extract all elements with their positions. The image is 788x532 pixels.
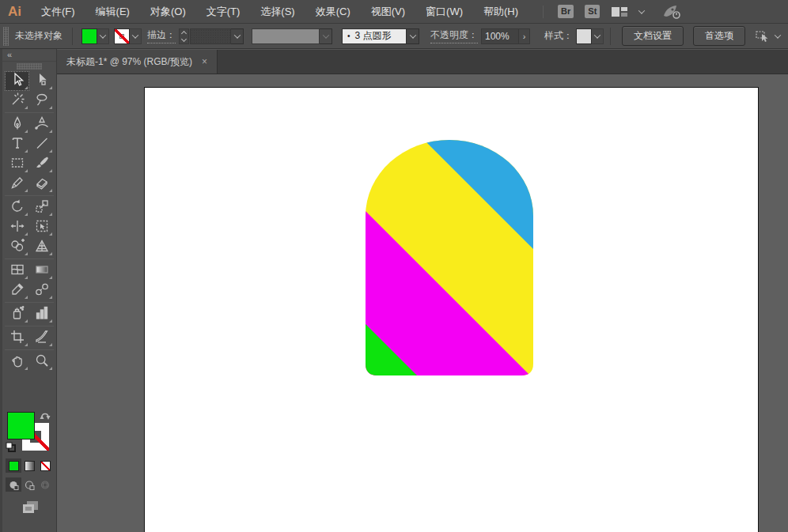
tool-shape-builder[interactable] <box>5 237 29 257</box>
controlbar-grip-handle[interactable] <box>3 27 9 46</box>
tool-rotate[interactable] <box>5 198 29 217</box>
tool-gradient[interactable] <box>29 261 54 281</box>
brush-select-dropdown[interactable] <box>407 28 419 44</box>
brush-definition-dropdown[interactable] <box>320 28 332 44</box>
stroke-weight-stepper[interactable] <box>179 28 189 44</box>
tool-artboard[interactable] <box>5 328 29 348</box>
tool-pen[interactable] <box>5 115 29 134</box>
brush-definition-preview[interactable] <box>252 28 320 44</box>
draw-inside-icon[interactable] <box>37 477 53 492</box>
stroke-color-swatch[interactable] <box>114 28 130 44</box>
paintbrush-tool-icon <box>34 155 50 174</box>
fill-color-dropdown[interactable] <box>97 28 109 44</box>
stroke-weight-dropdown[interactable] <box>231 28 244 44</box>
tool-flyout-corner <box>25 130 28 133</box>
tool-symbol-sprayer[interactable] <box>5 304 29 324</box>
tool-magic-wand[interactable] <box>5 91 29 111</box>
workspace-chevron-icon[interactable] <box>638 7 645 13</box>
menu-item-1[interactable]: 编辑(E) <box>85 0 140 24</box>
tool-flyout-corner <box>49 169 52 172</box>
tool-rectangle[interactable] <box>5 154 29 174</box>
workspace-switcher-icon[interactable] <box>611 6 628 18</box>
align-chevron-icon[interactable] <box>775 32 781 38</box>
tool-perspective-grid[interactable] <box>29 237 54 257</box>
fill-color-swatch[interactable] <box>81 28 97 44</box>
controlbar-separator <box>72 28 73 45</box>
brush-select-field[interactable]: • 3 点圆形 <box>342 28 407 44</box>
opacity-field[interactable]: 100% <box>481 28 519 44</box>
color-button[interactable] <box>6 458 21 473</box>
tool-curvature[interactable] <box>29 115 54 134</box>
tool-column-graph[interactable] <box>29 304 54 324</box>
document-setup-button[interactable]: 文档设置 <box>622 26 684 46</box>
opacity-next-icon[interactable]: › <box>519 28 530 44</box>
menu-item-6[interactable]: 视图(V) <box>361 0 415 24</box>
tool-flyout-corner <box>25 276 28 279</box>
stock-icon[interactable]: St <box>585 5 600 18</box>
screen-mode-icon[interactable] <box>20 498 42 519</box>
menu-item-5[interactable]: 效果(C) <box>305 0 361 24</box>
tool-width[interactable] <box>5 217 29 237</box>
rectangle-tool-icon <box>9 155 25 174</box>
swap-fill-stroke-icon[interactable] <box>39 409 51 424</box>
tool-type[interactable] <box>5 134 29 154</box>
none-button[interactable] <box>37 458 53 473</box>
draw-behind-icon[interactable] <box>21 477 37 492</box>
width-tool-icon <box>9 218 25 237</box>
opacity-label[interactable]: 不透明度： <box>430 28 478 43</box>
stroke-color-dropdown[interactable] <box>130 28 142 44</box>
default-fill-stroke-icon[interactable] <box>6 442 17 456</box>
menubar-right-icons: Br St <box>543 3 682 21</box>
document-viewport[interactable] <box>57 74 788 532</box>
align-options-icon[interactable] <box>755 29 771 43</box>
tool-group-divider <box>5 302 54 303</box>
gpu-performance-rocket-icon[interactable] <box>661 3 682 21</box>
stroke-weight-field[interactable] <box>190 28 231 44</box>
magic-wand-tool-icon <box>9 92 25 111</box>
blend-tool-icon <box>34 281 50 300</box>
gradient-button[interactable] <box>21 458 37 473</box>
tool-flyout-corner <box>49 189 52 192</box>
menu-list: 文件(F)编辑(E)对象(O)文字(T)选择(S)效果(C)视图(V)窗口(W)… <box>31 0 528 24</box>
style-dropdown[interactable] <box>592 28 604 44</box>
bridge-icon[interactable]: Br <box>558 5 574 18</box>
tool-flyout-corner <box>25 232 28 236</box>
tool-selection[interactable] <box>5 71 29 91</box>
tool-line-segment[interactable] <box>29 134 54 154</box>
line-segment-tool-icon <box>34 135 50 154</box>
tool-slice[interactable] <box>29 328 54 348</box>
tools-collapse-button[interactable]: « <box>2 49 56 62</box>
tool-flyout-corner <box>25 106 28 109</box>
document-tab-title: 未标题-1* @ 97% (RGB/预览) <box>66 55 192 69</box>
tool-eyedropper[interactable] <box>5 281 29 300</box>
lasso-tool-icon <box>34 92 50 111</box>
document-tab[interactable]: 未标题-1* @ 97% (RGB/预览) × <box>57 50 218 74</box>
tool-eraser[interactable] <box>29 174 54 194</box>
tool-flyout-corner <box>25 296 28 299</box>
tool-mesh[interactable] <box>5 261 29 281</box>
menu-item-4[interactable]: 选择(S) <box>250 0 305 24</box>
tool-direct-selection[interactable] <box>29 71 54 91</box>
tool-paintbrush[interactable] <box>29 154 54 174</box>
free-transform-tool-icon <box>34 218 50 237</box>
fill-indicator-swatch[interactable] <box>7 412 35 440</box>
tool-scale[interactable] <box>29 198 54 217</box>
striped-arch-artwork[interactable] <box>366 140 533 375</box>
menu-item-3[interactable]: 文字(T) <box>196 0 251 24</box>
draw-normal-icon[interactable] <box>6 477 21 492</box>
menu-item-2[interactable]: 对象(O) <box>140 0 196 24</box>
artboard[interactable] <box>144 87 759 532</box>
tool-free-transform[interactable] <box>29 217 54 237</box>
tool-blend[interactable] <box>29 281 54 300</box>
tab-close-icon[interactable]: × <box>202 56 207 67</box>
stroke-weight-label[interactable]: 描边： <box>147 28 176 43</box>
menu-item-8[interactable]: 帮助(H) <box>473 0 528 24</box>
menu-item-0[interactable]: 文件(F) <box>31 0 85 24</box>
menu-item-7[interactable]: 窗口(W) <box>415 0 473 24</box>
preferences-button[interactable]: 首选项 <box>693 26 745 46</box>
tool-shaper[interactable] <box>5 174 29 194</box>
fill-stroke-block <box>2 362 59 520</box>
tools-grip-handle[interactable] <box>17 63 42 70</box>
tool-lasso[interactable] <box>29 91 54 111</box>
style-swatch[interactable] <box>576 28 592 44</box>
